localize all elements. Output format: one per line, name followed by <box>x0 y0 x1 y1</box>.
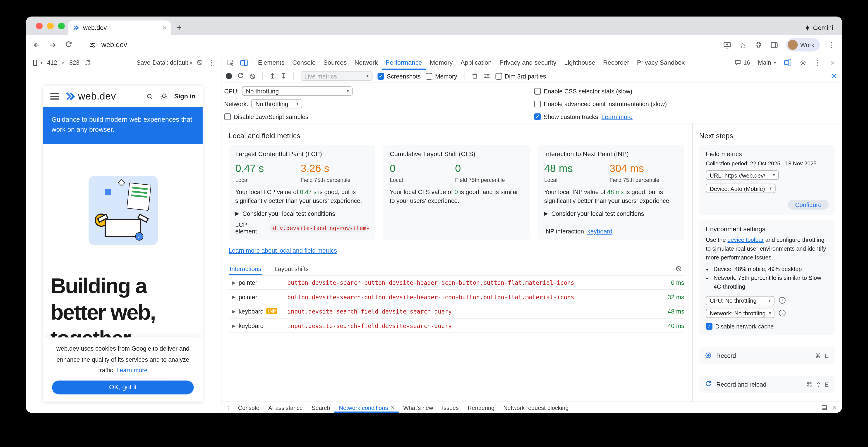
tab-lighthouse[interactable]: Lighthouse <box>560 56 599 70</box>
cpu-throttling-select[interactable]: No throttling▾ <box>242 86 353 96</box>
drawer-tab-rendering[interactable]: Rendering <box>463 402 499 413</box>
tab-interactions[interactable]: Interactions <box>229 263 262 275</box>
profile-button[interactable]: Work <box>786 38 820 51</box>
drawer-tab-network-conditions[interactable]: Network conditions × <box>335 402 399 413</box>
promo-banner[interactable]: Guidance to build modern web experiences… <box>43 107 203 144</box>
device-select-icon[interactable]: ▾ <box>31 59 42 66</box>
devtools-close-icon[interactable]: × <box>826 59 839 66</box>
interaction-row[interactable]: ▶ keyboard INP input.devsite-search-fiel… <box>229 304 684 319</box>
device-width-field[interactable]: 412 <box>47 59 57 66</box>
memory-checkbox[interactable]: ✓ Memory <box>426 73 457 79</box>
back-button[interactable] <box>33 41 41 49</box>
js-context-select[interactable]: Main▾ <box>754 59 779 66</box>
drawer-menu-icon[interactable]: ⋮ <box>224 402 234 413</box>
network-throttling-select[interactable]: No throttling▾ <box>251 99 303 109</box>
browser-tab[interactable]: web.dev × <box>68 20 171 35</box>
close-window-button[interactable] <box>36 23 42 29</box>
site-info-icon[interactable] <box>89 41 96 48</box>
drawer-tab-search[interactable]: Search <box>307 402 335 413</box>
device-toolbar-link[interactable]: device toolbar <box>727 236 764 243</box>
drawer-tab-whats-new[interactable]: What's new <box>399 402 438 413</box>
record-button[interactable]: Record ⌘ E <box>699 347 835 364</box>
console-messages-badge[interactable]: 16 <box>732 59 753 66</box>
env-cpu-select[interactable]: CPU: No throttling▾ <box>706 296 775 305</box>
drawer-tab-console[interactable]: Console <box>234 402 264 413</box>
tab-layout-shifts[interactable]: Layout shifts <box>274 263 310 275</box>
interaction-row[interactable]: ▶ keyboard input.devsite-search-field.de… <box>229 318 684 333</box>
minimize-window-button[interactable] <box>47 23 54 29</box>
env-network-select[interactable]: Network: No throttling▾ <box>706 308 775 318</box>
expand-icon[interactable]: ▶ <box>229 280 239 285</box>
browser-menu-icon[interactable]: ⋮ <box>828 41 835 48</box>
inspect-element-icon[interactable] <box>224 56 237 70</box>
drawer-tab-issues[interactable]: Issues <box>438 402 463 413</box>
cpu-info-icon[interactable]: i <box>779 297 785 304</box>
drawer-tab-ai-assistance[interactable]: AI assistance <box>264 402 307 413</box>
throttle-off-icon[interactable] <box>196 59 203 66</box>
lcp-element-chip[interactable]: div.devsite-landing-row-item-d… <box>270 225 369 232</box>
lcp-test-conditions-expander[interactable]: ▶ Consider your local test conditions <box>235 210 369 217</box>
bookmark-star-icon[interactable]: ☆ <box>739 41 747 49</box>
gemini-button[interactable]: Gemini <box>804 25 842 35</box>
rotate-icon[interactable] <box>84 59 91 66</box>
capture-settings-gear-icon[interactable] <box>830 72 838 80</box>
throttle-gauge-icon[interactable] <box>483 72 490 80</box>
field-url-select[interactable]: URL: https://web.dev/▾ <box>706 170 779 180</box>
expand-icon[interactable]: ▶ <box>229 308 239 314</box>
devices-status-icon[interactable] <box>781 59 795 66</box>
device-toolbar-toggle-icon[interactable] <box>237 56 250 70</box>
tab-performance[interactable]: Performance <box>382 56 426 70</box>
side-panel-icon[interactable] <box>770 41 778 49</box>
device-throttle-select[interactable]: 'Save-Data': default ▾ <box>135 59 192 66</box>
tab-application[interactable]: Application <box>457 56 496 70</box>
devtools-settings-icon[interactable] <box>796 59 809 66</box>
screenshots-checkbox[interactable]: ✓ Screenshots <box>377 73 421 79</box>
tab-close-icon[interactable]: × <box>162 24 167 32</box>
field-metrics-learn-more-link[interactable]: Learn more about local and field metrics <box>229 247 337 254</box>
devtools-menu-icon[interactable]: ⋮ <box>811 59 824 66</box>
device-height-field[interactable]: 823 <box>69 59 80 66</box>
drawer-tab-close-icon[interactable]: × <box>391 404 394 411</box>
disable-js-samples-checkbox[interactable]: ✓ Disable JavaScript samples <box>224 113 308 120</box>
tab-privacy-and-security[interactable]: Privacy and security <box>496 56 560 70</box>
address-bar[interactable]: web.dev <box>81 41 715 48</box>
theme-toggle-icon[interactable] <box>160 92 167 100</box>
field-device-select[interactable]: Device: Auto (Mobile)▾ <box>706 184 776 193</box>
tab-sources[interactable]: Sources <box>319 56 350 70</box>
cookie-learn-more-link[interactable]: Learn more <box>116 367 148 373</box>
device-toolbar-menu-icon[interactable]: ⋮ <box>208 59 215 66</box>
tab-recorder[interactable]: Recorder <box>599 56 633 70</box>
dim-3rd-parties-checkbox[interactable]: ✓ Dim 3rd parties <box>495 73 546 79</box>
inp-test-conditions-expander[interactable]: ▶ Consider your local test conditions <box>544 210 678 217</box>
drawer-dock-icon[interactable] <box>821 404 828 411</box>
disable-network-cache-checkbox[interactable]: ✓ Disable network cache <box>706 323 829 330</box>
css-selector-stats-checkbox[interactable]: ✓ Enable CSS selector stats (slow) <box>534 88 632 94</box>
tab-memory[interactable]: Memory <box>426 56 457 70</box>
reload-button[interactable] <box>65 41 72 48</box>
collect-garbage-icon[interactable] <box>471 72 478 80</box>
network-info-icon[interactable]: i <box>779 310 785 316</box>
install-icon[interactable] <box>723 41 732 49</box>
record-and-reload-icon[interactable] <box>237 72 244 80</box>
clear-log-icon[interactable] <box>675 263 684 275</box>
record-and-reload-button[interactable]: Record and reload ⌘ ⇧ E <box>699 376 835 392</box>
configure-button[interactable]: Configure <box>788 200 829 210</box>
cookie-ok-button[interactable]: OK, got it <box>52 380 194 394</box>
sign-in-button[interactable]: Sign in <box>174 93 195 100</box>
record-icon[interactable] <box>226 73 232 79</box>
show-custom-tracks-checkbox[interactable]: ✓ Show custom tracks <box>534 113 598 120</box>
tab-privacy-sandbox[interactable]: Privacy Sandbox <box>633 56 688 70</box>
forward-button[interactable] <box>49 41 57 49</box>
paint-instrumentation-checkbox[interactable]: ✓ Enable advanced paint instrumentation … <box>534 100 667 107</box>
custom-tracks-learn-more-link[interactable]: Learn more <box>601 113 633 120</box>
extensions-puzzle-icon[interactable] <box>754 41 762 48</box>
interaction-row[interactable]: ▶ pointer button.devsite-search-button.d… <box>229 290 684 304</box>
menu-hamburger-icon[interactable] <box>51 93 59 100</box>
history-select[interactable]: Live metrics▾ <box>301 71 372 81</box>
zoom-window-button[interactable] <box>58 23 65 29</box>
expand-icon[interactable]: ▶ <box>229 294 239 300</box>
search-icon[interactable] <box>146 93 153 100</box>
site-logo[interactable]: web.dev <box>65 91 116 102</box>
inp-interaction-link[interactable]: keyboard <box>587 228 612 234</box>
expand-icon[interactable]: ▶ <box>229 323 239 328</box>
